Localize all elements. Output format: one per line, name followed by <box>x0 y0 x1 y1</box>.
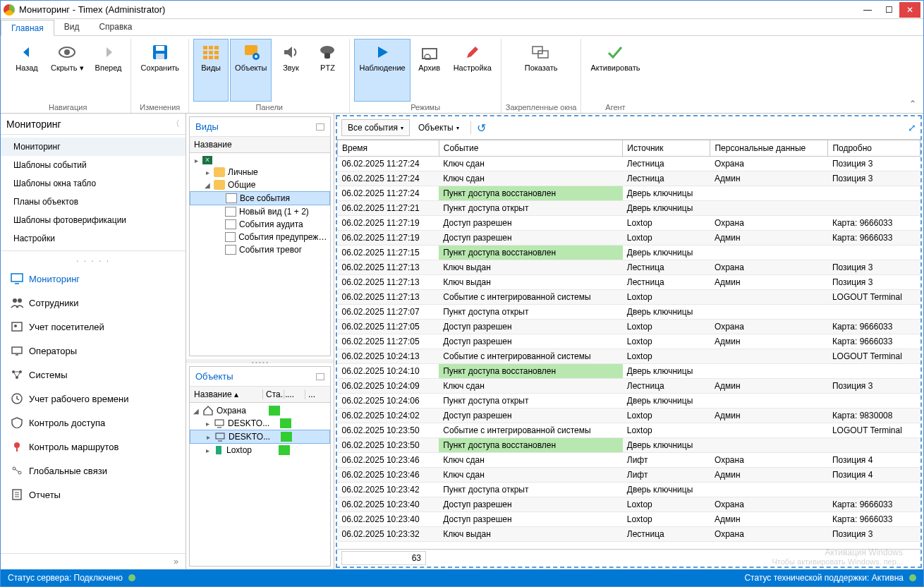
objects-col-3[interactable]: ... <box>305 389 326 399</box>
table-row[interactable]: 06.02.2025 10:24:09Ключ сданЛестницаАдми… <box>338 379 920 394</box>
tree-node[interactable]: События тревог <box>190 243 330 256</box>
subnav-item[interactable]: Шаблоны событий <box>1 156 186 174</box>
svg-rect-4 <box>156 54 164 59</box>
table-row[interactable]: 06.02.2025 10:23:32Ключ выданЛестницаОхр… <box>338 527 920 542</box>
table-row[interactable]: 06.02.2025 10:23:40Доступ разрешенLoxtop… <box>338 512 920 527</box>
table-row[interactable]: 06.02.2025 10:23:50Пункт доступа восстан… <box>338 438 920 453</box>
table-row[interactable]: 06.02.2025 10:24:10Пункт доступа восстан… <box>338 364 920 379</box>
filter-objects[interactable]: Объекты▾ <box>413 120 465 135</box>
tree-node[interactable]: События предупрежд... <box>190 231 330 243</box>
ribbon-forward-button[interactable]: Вперед <box>90 39 127 102</box>
leftnav-collapse-icon[interactable]: 〈 <box>171 118 180 130</box>
ribbon-show-button[interactable]: Показать <box>520 39 563 102</box>
tree-node[interactable]: Все события <box>190 191 330 205</box>
module-time[interactable]: Учет рабочего времени <box>1 387 186 411</box>
table-header[interactable]: Событие <box>439 140 623 157</box>
menu-tab-2[interactable]: Справка <box>89 19 142 35</box>
maximize-button[interactable]: ☐ <box>878 2 899 18</box>
subnav-item[interactable]: Мониторинг <box>1 138 186 156</box>
object-node[interactable]: ▸DESKTO... <box>190 417 330 430</box>
object-node[interactable]: ◢Охрана <box>190 404 330 417</box>
module-monitor[interactable]: Мониторинг <box>1 267 186 291</box>
filter-all-events[interactable]: Все события▾ <box>341 119 410 136</box>
svg-rect-28 <box>12 322 22 331</box>
table-row[interactable]: 06.02.2025 11:27:24Ключ сданЛестницаОхра… <box>338 157 920 171</box>
leftnav-more-icon[interactable]: » <box>1 553 186 569</box>
table-row[interactable]: 06.02.2025 11:27:24Ключ сданЛестницаАдми… <box>338 171 920 186</box>
module-systems[interactable]: Системы <box>1 363 186 387</box>
menu-tab-1[interactable]: Вид <box>54 19 90 35</box>
table-row[interactable]: 06.02.2025 11:27:07Пункт доступа открытД… <box>338 305 920 320</box>
tree-node[interactable]: ▸Личные <box>190 166 330 178</box>
table-row[interactable]: 06.02.2025 11:27:19Доступ разрешенLoxtop… <box>338 231 920 246</box>
table-row[interactable]: 06.02.2025 11:27:19Доступ разрешенLoxtop… <box>338 216 920 231</box>
close-button[interactable]: ✕ <box>899 2 920 18</box>
svg-rect-46 <box>216 433 224 439</box>
subnav-item[interactable]: Шаблоны окна табло <box>1 174 186 193</box>
table-row[interactable]: 06.02.2025 11:27:05Доступ разрешенLoxtop… <box>338 334 920 349</box>
table-row[interactable]: 06.02.2025 10:23:46Ключ сданЛифтАдминПоз… <box>338 468 920 483</box>
views-panel-collapse-icon[interactable] <box>316 123 324 131</box>
table-row[interactable]: 06.02.2025 11:27:13Ключ выданЛестницаАдм… <box>338 275 920 290</box>
module-links[interactable]: Глобальные связи <box>1 459 186 483</box>
objects-panel-collapse-icon[interactable] <box>316 373 324 380</box>
ribbon-check-button[interactable]: Активировать <box>585 39 645 102</box>
ribbon-back-button[interactable]: Назад <box>9 39 44 102</box>
ribbon-pencil-button[interactable]: Настройка <box>449 39 497 102</box>
fullscreen-icon[interactable]: ⤢ <box>908 122 916 133</box>
table-row[interactable]: 06.02.2025 11:27:05Доступ разрешенLoxtop… <box>338 320 920 334</box>
table-row[interactable]: 06.02.2025 11:27:13Ключ выданЛестницаОхр… <box>338 260 920 275</box>
ribbon-save-button[interactable]: Сохранить <box>135 39 184 102</box>
ribbon-collapse-icon[interactable]: ⌃ <box>909 99 916 109</box>
table-header[interactable]: Подробно <box>828 140 920 157</box>
tree-root[interactable]: ▸X <box>190 155 330 166</box>
table-row[interactable]: 06.02.2025 11:27:13Событие с интегрирова… <box>338 290 920 305</box>
ribbon-objects-button[interactable]: Объекты <box>230 39 272 102</box>
tree-node[interactable]: Новый вид (1 + 2) <box>190 205 330 218</box>
ribbon-eye-button[interactable]: Скрыть ▾ <box>46 39 89 102</box>
tree-node[interactable]: ◢Общие <box>190 178 330 191</box>
shield-icon <box>11 416 23 429</box>
module-people[interactable]: Сотрудники <box>1 291 186 315</box>
module-visitors[interactable]: Учет посетителей <box>1 315 186 339</box>
table-row[interactable]: 06.02.2025 10:24:02Доступ разрешенLoxtop… <box>338 409 920 423</box>
svg-rect-44 <box>215 420 224 425</box>
table-row[interactable]: 06.02.2025 11:27:21Пункт доступа открытД… <box>338 201 920 216</box>
subnav-item[interactable]: Настройки <box>1 229 186 248</box>
subnav-item[interactable]: Планы объектов <box>1 193 186 211</box>
tree-node[interactable]: События аудита <box>190 218 330 231</box>
subnav-item[interactable]: Шаблоны фотоверификации <box>1 211 186 229</box>
minimize-button[interactable]: — <box>857 2 878 18</box>
table-header[interactable]: Персональные данные <box>710 140 828 157</box>
systems-icon <box>11 368 23 381</box>
views-col-name[interactable]: Название <box>194 140 326 150</box>
objects-col-0[interactable]: Название ▴ <box>194 389 262 399</box>
object-node[interactable]: ▸Loxtop <box>190 444 330 456</box>
menu-tab-0[interactable]: Главная <box>1 20 54 36</box>
ribbon-ptz-button[interactable]: PTZ <box>310 39 345 102</box>
table-row[interactable]: 06.02.2025 10:23:46Ключ сданЛифтОхранаПо… <box>338 453 920 468</box>
table-row[interactable]: 06.02.2025 10:24:13Событие с интегрирова… <box>338 349 920 364</box>
refresh-icon[interactable]: ↺ <box>477 121 486 135</box>
objects-col-2[interactable]: ... <box>284 389 305 399</box>
ribbon-views-button[interactable]: Виды <box>193 39 229 102</box>
ribbon-archive-button[interactable]: Архив <box>412 39 447 102</box>
app-icon <box>4 4 15 16</box>
objects-col-1[interactable]: Ста... <box>262 389 284 399</box>
module-shield[interactable]: Контроль доступа <box>1 411 186 435</box>
module-route[interactable]: Контроль маршрутов <box>1 435 186 459</box>
object-node[interactable]: ▸DESKTO... <box>190 430 330 444</box>
table-header[interactable]: Источник <box>623 140 710 157</box>
table-row[interactable]: 06.02.2025 10:23:42Пункт доступа открытД… <box>338 483 920 497</box>
table-header[interactable]: Время <box>338 140 439 157</box>
table-row[interactable]: 06.02.2025 10:23:50Событие с интегрирова… <box>338 423 920 438</box>
table-row[interactable]: 06.02.2025 11:27:15Пункт доступа восстан… <box>338 246 920 260</box>
table-row[interactable]: 06.02.2025 10:24:06Пункт доступа открытД… <box>338 394 920 409</box>
table-row[interactable]: 06.02.2025 11:27:24Пункт доступа восстан… <box>338 186 920 201</box>
ribbon-sound-button[interactable]: Звук <box>273 39 308 102</box>
ribbon-play-button[interactable]: Наблюдение <box>354 39 410 102</box>
module-reports[interactable]: Отчеты <box>1 483 186 507</box>
table-row[interactable]: 06.02.2025 10:23:40Доступ разрешенLoxtop… <box>338 497 920 512</box>
panel-splitter[interactable]: • • • • • <box>186 359 334 363</box>
module-operators[interactable]: Операторы <box>1 339 186 363</box>
